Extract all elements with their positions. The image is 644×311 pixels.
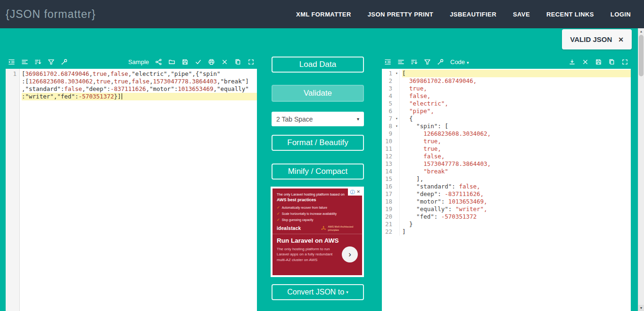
site-logo[interactable]: {JSON formatter}: [6, 8, 96, 21]
code-line[interactable]: 19 "equally": "writer",: [382, 205, 631, 213]
sample-dropdown[interactable]: Sample: [128, 58, 149, 65]
filter-icon[interactable]: [48, 58, 55, 65]
output-editor[interactable]: 1▾[2 369861702.68749046,3 true,4 false,5…: [382, 69, 631, 311]
line-number: 7: [382, 115, 394, 123]
code-line[interactable]: 2 369861702.68749046,: [382, 77, 631, 85]
page-scrollbar[interactable]: ▲ ▼: [638, 28, 644, 311]
code-token: "pipe",: [402, 107, 434, 115]
badge-close-icon[interactable]: ✕: [618, 36, 624, 43]
code-line[interactable]: 7▾ {: [382, 115, 631, 123]
check-icon: ✓: [277, 218, 280, 222]
code-line[interactable]: 1▾[: [382, 70, 631, 77]
code-line[interactable]: 5 "electric",: [382, 100, 631, 107]
fold-caret-icon[interactable]: ▾: [394, 123, 400, 130]
code-token: 1266823608.3034062,: [402, 130, 491, 137]
code-line[interactable]: 12 false,: [382, 153, 631, 160]
code-token: false,: [459, 183, 480, 190]
code-token: {: [402, 115, 413, 122]
code-line[interactable]: 8▾ "spin": [: [382, 123, 631, 130]
fold-gutter: [394, 153, 400, 160]
code-row[interactable]: :[1266823608.3034062,true,true,false,157…: [22, 78, 257, 85]
indent-icon[interactable]: [384, 58, 391, 65]
expand-icon[interactable]: [621, 58, 628, 65]
wrench-icon[interactable]: [61, 58, 68, 65]
code-line-content: 1573047778.3864403,: [402, 160, 631, 168]
print-icon[interactable]: [208, 58, 215, 65]
code-token: ,: [213, 85, 217, 92]
code-line[interactable]: 18 "motor": 1013653469,: [382, 198, 631, 205]
ad-content[interactable]: ⓘ ✕ The only Laravel hosting platform ba…: [272, 188, 362, 275]
wrench-icon[interactable]: [437, 58, 444, 65]
ad-close-icon[interactable]: ✕: [356, 188, 360, 196]
input-code-area[interactable]: [369861702.68749046,true,false,"electric…: [20, 69, 257, 311]
code-line[interactable]: 17 "deep": -837111626,: [382, 190, 631, 198]
code-line[interactable]: 20 "fed": -570351372: [382, 213, 631, 221]
code-line[interactable]: 14 "break": [382, 168, 631, 175]
scroll-down-icon[interactable]: ▼: [638, 305, 644, 311]
code-mode-dropdown[interactable]: Code▾: [450, 58, 469, 65]
folder-icon[interactable]: [168, 58, 175, 65]
fold-caret-icon[interactable]: ▾: [394, 115, 400, 123]
code-line[interactable]: 16 "standard": false,: [382, 183, 631, 190]
check-icon[interactable]: [195, 58, 202, 65]
code-line[interactable]: 11 true,: [382, 145, 631, 153]
code-line[interactable]: 13 1573047778.3864403,: [382, 160, 631, 168]
close-icon[interactable]: [582, 58, 589, 65]
convert-json-button[interactable]: Convert JSON to ▾: [272, 284, 364, 300]
line-number: 10: [382, 138, 394, 145]
nav-item-xml-formatter[interactable]: XML FORMATTER: [296, 11, 351, 18]
code-line[interactable]: 4 false,: [382, 92, 631, 100]
expand-icon[interactable]: [248, 58, 255, 65]
copy-icon[interactable]: [608, 58, 615, 65]
sort-icon[interactable]: [411, 58, 418, 65]
nav-item-jsbeautifier[interactable]: JSBEAUTIFIER: [450, 11, 496, 18]
tab-space-value: 2 Tab Space: [276, 115, 313, 123]
code-token: 369861702.68749046,: [402, 77, 477, 84]
tab-space-select[interactable]: 2 Tab Space ▾: [272, 112, 364, 126]
code-line[interactable]: 3 true,: [382, 85, 631, 92]
code-line-content: "fed": -570351372: [402, 213, 631, 221]
code-line[interactable]: 15 ],: [382, 175, 631, 183]
chevron-down-icon: ▾: [346, 290, 348, 295]
indent-icon[interactable]: [8, 58, 15, 65]
code-token: true: [93, 70, 107, 77]
code-row[interactable]: [369861702.68749046,true,false,"electric…: [22, 70, 257, 78]
minify-compact-button[interactable]: Minify / Compact: [272, 164, 364, 180]
share-icon[interactable]: [155, 58, 162, 65]
convert-json-label: Convert JSON to: [287, 288, 344, 296]
sort-icon[interactable]: [34, 58, 41, 65]
close-icon[interactable]: [221, 58, 228, 65]
validate-button[interactable]: Validate: [272, 85, 364, 102]
scrollbar-thumb[interactable]: [639, 35, 644, 76]
ad-info-icon[interactable]: ⓘ: [350, 188, 355, 196]
filter-icon[interactable]: [424, 58, 431, 65]
copy-icon[interactable]: [234, 58, 241, 65]
ad-arrow-button[interactable]: ›: [342, 246, 358, 262]
nav-item-json-pretty-print[interactable]: JSON PRETTY PRINT: [368, 11, 433, 18]
code-token: 1573047778.3864403,: [402, 160, 491, 167]
code-token: -837111626: [110, 85, 146, 92]
input-editor[interactable]: 1 [369861702.68749046,true,false,"electr…: [6, 69, 257, 311]
nav-item-login[interactable]: LOGIN: [611, 11, 631, 18]
fold-caret-icon[interactable]: ▾: [394, 70, 400, 77]
fold-gutter: [394, 100, 400, 107]
code-token: true: [96, 78, 110, 85]
code-row[interactable]: ,"standard":false,"deep":-837111626,"mot…: [22, 85, 257, 93]
code-row[interactable]: :"writer","fed":-570351372}]: [22, 93, 257, 100]
code-line[interactable]: 10 true,: [382, 138, 631, 145]
nav-item-save[interactable]: SAVE: [513, 11, 530, 18]
code-line[interactable]: 22]: [382, 228, 631, 236]
download-icon[interactable]: [569, 58, 576, 65]
align-left-icon[interactable]: [21, 58, 28, 65]
scroll-up-icon[interactable]: ▲: [638, 28, 644, 34]
nav-item-recent-links[interactable]: RECENT LINKS: [546, 11, 594, 18]
code-line[interactable]: 21 }: [382, 221, 631, 228]
save-icon[interactable]: [595, 58, 602, 65]
save-icon[interactable]: [182, 58, 189, 65]
code-token: :: [441, 198, 448, 205]
code-line[interactable]: 6 "pipe",: [382, 107, 631, 115]
code-line[interactable]: 9 1266823608.3034062,: [382, 130, 631, 138]
format-beautify-button[interactable]: Format / Beautify: [272, 135, 364, 151]
align-left-icon[interactable]: [397, 58, 405, 65]
load-data-button[interactable]: Load Data: [272, 57, 364, 73]
